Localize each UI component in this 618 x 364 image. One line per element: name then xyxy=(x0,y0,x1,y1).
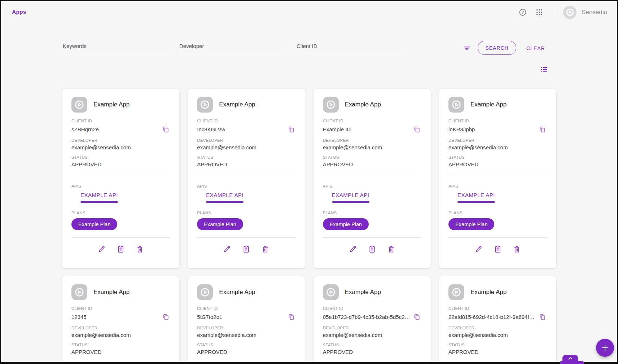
developer-value: example@sensedia.com xyxy=(71,332,170,338)
edit-app-button[interactable] xyxy=(97,245,106,253)
add-app-button[interactable] xyxy=(596,339,614,357)
app-avatar-icon xyxy=(198,286,211,299)
brand-avatar[interactable] xyxy=(563,6,577,19)
status-field: STATUS APPROVED xyxy=(323,343,421,355)
client-id-input[interactable] xyxy=(296,40,402,54)
developer-value: example@sensedia.com xyxy=(197,332,295,338)
app-details-button[interactable] xyxy=(493,245,502,253)
clipboard-icon xyxy=(368,245,376,253)
copy-client-id-button[interactable] xyxy=(538,312,547,321)
app-card: Example App CLIENT ID inKR3Jpbp DEVELOPE… xyxy=(439,89,556,268)
copy-client-id-button[interactable] xyxy=(538,125,547,133)
apis-label: APIS xyxy=(448,184,547,188)
card-divider xyxy=(323,363,421,363)
add-icon xyxy=(600,343,610,352)
delete-app-button[interactable] xyxy=(387,245,395,253)
card-actions xyxy=(448,245,547,253)
card-divider xyxy=(197,363,295,363)
scroll-to-top-base[interactable] xyxy=(560,361,584,364)
client-id-label: CLIENT ID xyxy=(71,306,170,311)
status-label: STATUS xyxy=(448,155,547,159)
card-header: Example App xyxy=(448,97,547,113)
edit-icon xyxy=(474,245,483,253)
app-avatar xyxy=(323,284,339,300)
client-id-label: CLIENT ID xyxy=(197,306,295,311)
app-title: Example App xyxy=(93,101,130,108)
developer-value: example@sensedia.com xyxy=(448,332,547,338)
help-icon: ? xyxy=(518,8,527,17)
card-header: Example App xyxy=(71,284,170,300)
keywords-input[interactable] xyxy=(62,40,168,54)
delete-icon xyxy=(136,245,144,253)
advanced-filter-button[interactable] xyxy=(462,43,472,53)
brand-name: Sensedia xyxy=(582,9,607,16)
app-details-button[interactable] xyxy=(117,245,125,253)
edit-app-button[interactable] xyxy=(223,245,232,253)
developer-field: DEVELOPER example@sensedia.com xyxy=(448,326,547,338)
copy-client-id-button[interactable] xyxy=(161,312,170,321)
search-button[interactable]: SEARCH xyxy=(478,41,516,55)
copy-client-id-button[interactable] xyxy=(287,125,295,133)
app-avatar xyxy=(197,97,213,113)
app-title: Example App xyxy=(219,101,255,108)
copy-client-id-button[interactable] xyxy=(161,125,170,133)
help-button[interactable]: ? xyxy=(518,8,527,17)
app-details-button[interactable] xyxy=(368,245,376,253)
copy-client-id-button[interactable] xyxy=(413,125,421,133)
copy-icon xyxy=(288,126,295,133)
delete-app-button[interactable] xyxy=(512,245,521,253)
app-card: Example App CLIENT ID Inc8KGLVw DEVELOPE… xyxy=(188,89,305,268)
developer-value: example@sensedia.com xyxy=(323,332,421,338)
delete-app-button[interactable] xyxy=(261,245,270,253)
clear-button[interactable]: CLEAR xyxy=(525,44,547,53)
copy-client-id-button[interactable] xyxy=(287,312,295,321)
client-id-label: CLIENT ID xyxy=(323,306,421,311)
copy-client-id-button[interactable] xyxy=(413,312,421,321)
client-id-field: CLIENT ID 12345 xyxy=(71,306,170,321)
api-tab[interactable]: EXAMPLE API xyxy=(457,192,496,203)
app-title: Example App xyxy=(345,289,381,296)
developer-label: DEVELOPER xyxy=(323,326,421,330)
clipboard-icon xyxy=(117,245,125,253)
clipboard-icon xyxy=(242,245,250,253)
card-divider xyxy=(448,237,547,238)
plan-chip[interactable]: Example Plan xyxy=(71,218,117,230)
card-divider xyxy=(71,237,170,238)
app-details-button[interactable] xyxy=(242,245,251,253)
status-value: APPROVED xyxy=(323,349,421,355)
apps-page: Apps ? Sensedia xyxy=(0,0,618,364)
plan-chip[interactable]: Example Plan xyxy=(448,218,494,230)
developer-field: DEVELOPER example@sensedia.com xyxy=(71,138,170,150)
plan-chip[interactable]: Example Plan xyxy=(323,218,369,230)
client-id-field: CLIENT ID inKR3Jpbp xyxy=(448,119,547,133)
apps-menu-button[interactable] xyxy=(535,8,544,17)
api-tab[interactable]: EXAMPLE API xyxy=(331,192,370,203)
plan-chip[interactable]: Example Plan xyxy=(197,218,243,230)
app-avatar-icon xyxy=(73,98,86,111)
app-card: Example App CLIENT ID Example ID DEVELOP… xyxy=(314,89,431,268)
edit-app-button[interactable] xyxy=(474,245,483,253)
card-header: Example App xyxy=(448,284,547,300)
api-tab[interactable]: EXAMPLE API xyxy=(80,192,119,203)
edit-icon xyxy=(223,245,231,253)
edit-app-button[interactable] xyxy=(349,245,357,253)
developer-field: DEVELOPER example@sensedia.com xyxy=(323,138,421,150)
plans-label: PLANS xyxy=(448,211,547,215)
developer-label: DEVELOPER xyxy=(448,326,547,330)
top-bar: Apps ? Sensedia xyxy=(0,0,618,25)
delete-app-button[interactable] xyxy=(136,245,144,253)
list-view-button[interactable] xyxy=(539,65,549,75)
status-label: STATUS xyxy=(323,155,421,159)
client-id-value: inKR3Jpbp xyxy=(448,126,475,132)
status-field: STATUS APPROVED xyxy=(323,155,421,167)
app-grid: Example App CLIENT ID sZBHgrn2e DEVELOPE… xyxy=(62,89,556,364)
card-actions xyxy=(71,245,170,253)
developer-input[interactable] xyxy=(179,40,285,54)
developer-field: DEVELOPER example@sensedia.com xyxy=(448,138,547,150)
client-id-value: Example ID xyxy=(323,126,351,132)
api-tab[interactable]: EXAMPLE API xyxy=(205,192,244,203)
card-header: Example App xyxy=(71,97,170,113)
client-id-value: 12345 xyxy=(71,314,87,320)
app-title: Example App xyxy=(470,101,507,108)
brand-avatar-icon xyxy=(565,7,575,18)
